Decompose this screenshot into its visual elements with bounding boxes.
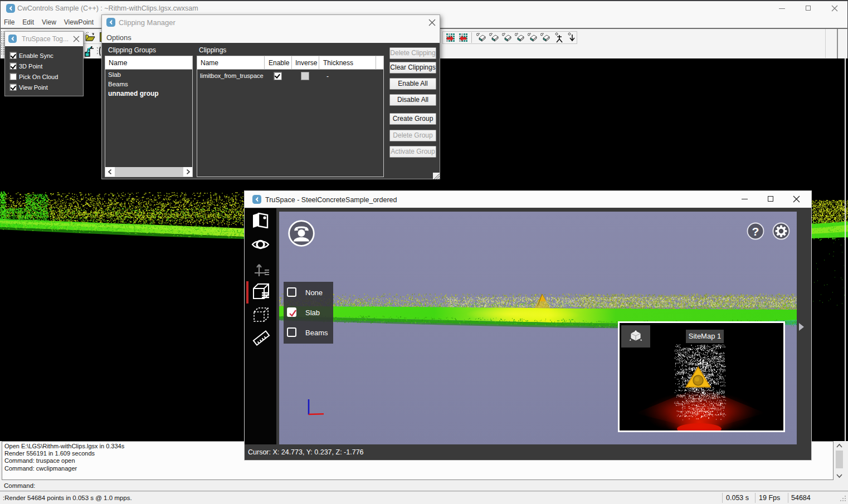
svg-text:?: ? (752, 225, 759, 238)
